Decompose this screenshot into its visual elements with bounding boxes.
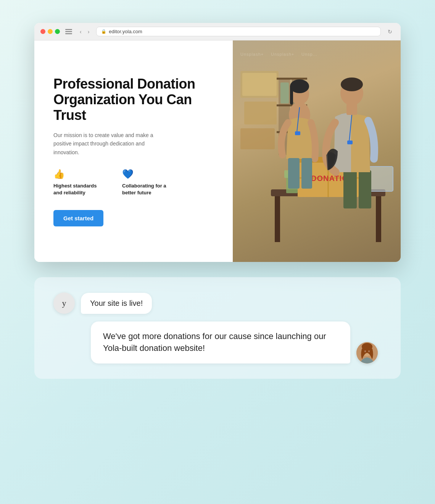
- svg-rect-39: [347, 141, 353, 144]
- svg-rect-37: [346, 103, 357, 115]
- address-bar[interactable]: 🔒 editor.yola.com: [96, 27, 381, 36]
- svg-rect-34: [359, 170, 371, 208]
- browser-toolbar: ‹ › 🔒 editor.yola.com ↻: [34, 23, 401, 40]
- hero-title: Professional Donation Organization You C…: [53, 76, 214, 123]
- website-left-panel: Professional Donation Organization You C…: [34, 40, 233, 262]
- chat-message-right: We've got more donations for our cause s…: [53, 321, 382, 363]
- svg-point-43: [364, 350, 366, 352]
- forward-button[interactable]: ›: [85, 28, 92, 36]
- back-button[interactable]: ‹: [77, 28, 84, 36]
- page-wrapper: ‹ › 🔒 editor.yola.com ↻ Professional Don…: [15, 23, 420, 379]
- svg-rect-28: [290, 86, 293, 105]
- svg-rect-0: [65, 29, 72, 30]
- traffic-lights: [40, 29, 60, 34]
- website-content: Professional Donation Organization You C…: [34, 40, 401, 262]
- feature-2-label: Collaborating for a better future: [122, 183, 176, 196]
- url-text: editor.yola.com: [109, 29, 142, 34]
- heart-icon: 💙: [122, 169, 176, 179]
- minimize-dot[interactable]: [48, 29, 53, 34]
- svg-rect-30: [295, 131, 300, 135]
- reload-button[interactable]: ↻: [385, 28, 395, 36]
- svg-rect-5: [244, 102, 277, 124]
- features-row: 👍 Highest standards and reliability 💙 Co…: [53, 169, 214, 196]
- svg-rect-15: [275, 196, 280, 242]
- close-dot[interactable]: [40, 29, 45, 34]
- svg-point-44: [368, 350, 370, 352]
- nav-buttons: ‹ ›: [77, 28, 92, 36]
- svg-rect-12: [280, 82, 289, 103]
- svg-rect-33: [343, 170, 357, 208]
- testimonial-bubble: We've got more donations for our cause s…: [91, 321, 350, 363]
- hero-description: Our mission is to create value and make …: [53, 131, 160, 157]
- yola-avatar-letter: y: [62, 298, 66, 308]
- feature-item-1: 👍 Highest standards and reliability: [53, 169, 107, 196]
- volunteers-scene-svg: DONATION: [233, 40, 401, 262]
- feature-1-label: Highest standards and reliability: [53, 183, 107, 196]
- website-right-panel: Unsplash+ Unsplash+ Unsp...: [233, 40, 401, 262]
- svg-rect-2: [65, 33, 72, 34]
- svg-rect-4: [242, 73, 277, 96]
- svg-rect-6: [240, 128, 275, 149]
- chat-section: y Your site is live! We've got more dona…: [34, 277, 401, 379]
- svg-rect-31: [288, 158, 300, 189]
- maximize-dot[interactable]: [55, 29, 60, 34]
- chat-message-left: y Your site is live!: [53, 292, 382, 314]
- sidebar-toggle-icon[interactable]: [64, 27, 73, 36]
- user-avatar-svg: [356, 342, 378, 363]
- get-started-button[interactable]: Get started: [53, 210, 103, 226]
- browser-window: ‹ › 🔒 editor.yola.com ↻ Professional Don…: [34, 23, 401, 262]
- feature-item-2: 💙 Collaborating for a better future: [122, 169, 176, 196]
- donation-scene: Unsplash+ Unsplash+ Unsp...: [233, 40, 401, 262]
- svg-rect-1: [65, 31, 72, 32]
- svg-point-36: [341, 78, 363, 91]
- yola-avatar: y: [53, 292, 75, 314]
- thumbs-up-icon: 👍: [53, 169, 107, 179]
- lock-icon: 🔒: [101, 29, 106, 34]
- site-live-bubble: Your site is live!: [81, 293, 152, 314]
- user-avatar: [356, 342, 378, 363]
- svg-rect-32: [301, 158, 312, 189]
- svg-rect-16: [376, 196, 381, 242]
